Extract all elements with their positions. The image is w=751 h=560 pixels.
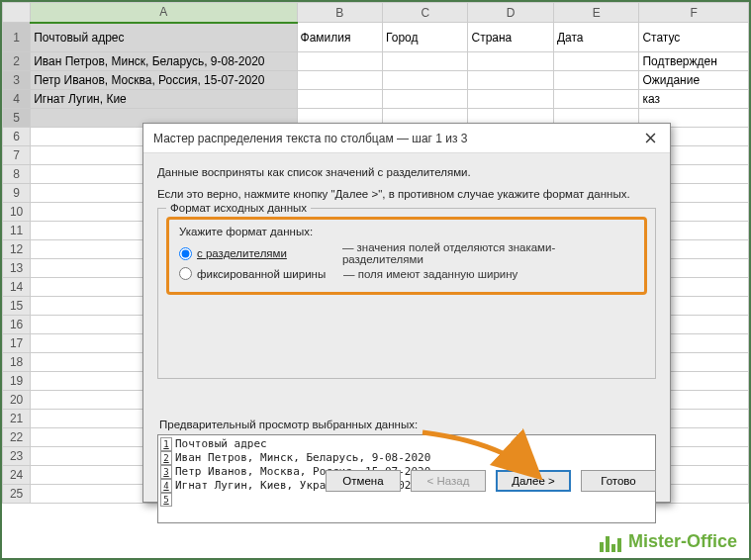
radio-fixed-desc: — поля имеют заданную ширину [343, 268, 517, 280]
radio-delimited-label: с разделителями [197, 247, 287, 259]
row-header[interactable]: 14 [3, 278, 31, 297]
row-header[interactable]: 23 [3, 447, 31, 466]
col-header-e[interactable]: E [553, 3, 638, 23]
cell[interactable]: Иван Петров, Минск, Беларусь, 9-08-2020 [31, 52, 297, 71]
row-header[interactable]: 22 [3, 428, 31, 447]
cell[interactable] [553, 90, 638, 109]
text-to-columns-wizard-dialog: Мастер распределения текста по столбцам … [142, 123, 671, 503]
highlighted-options: Укажите формат данных: с разделителями —… [166, 217, 647, 295]
cell[interactable]: Петр Иванов, Москва, Россия, 15-07-2020 [31, 71, 297, 90]
col-header-b[interactable]: B [297, 3, 382, 23]
cell[interactable]: Подтвержден [639, 52, 749, 71]
radio-delimited-input[interactable] [179, 247, 192, 260]
row-header[interactable]: 5 [3, 109, 31, 128]
cell[interactable] [383, 52, 468, 71]
options-subtitle: Укажите формат данных: [179, 226, 634, 237]
close-button[interactable] [638, 128, 662, 149]
cell[interactable]: Игнат Лугин, Кие [31, 90, 297, 109]
row-header[interactable]: 4 [3, 90, 31, 109]
col-header-f[interactable]: F [639, 3, 749, 23]
row-header[interactable]: 8 [3, 165, 31, 184]
cell[interactable] [297, 71, 382, 90]
cell[interactable]: каз [639, 90, 749, 109]
preview-row: Почтовый адрес [175, 437, 267, 451]
row-header[interactable]: 25 [3, 485, 31, 504]
cell[interactable] [297, 90, 382, 109]
radio-fixed-label: фиксированной ширины [197, 268, 343, 280]
radio-fixed-width[interactable]: фиксированной ширины — поля имеют заданн… [179, 267, 634, 280]
column-header-row[interactable]: A B C D E F [3, 3, 749, 23]
cell[interactable]: Ожидание [639, 71, 749, 90]
preview-row: Иван Петров, Минск, Беларусь, 9-08-2020 [175, 451, 430, 465]
row-header[interactable]: 9 [3, 184, 31, 203]
close-icon [645, 133, 656, 143]
row-header[interactable]: 3 [3, 71, 31, 90]
finish-button[interactable]: Готово [581, 470, 656, 492]
cell[interactable]: Город [383, 23, 468, 52]
cell[interactable]: Статус [639, 23, 749, 52]
cell[interactable] [468, 90, 553, 109]
cell[interactable] [553, 71, 638, 90]
row-header[interactable]: 6 [3, 128, 31, 146]
next-button[interactable]: Далее > [496, 470, 571, 492]
row-header[interactable]: 7 [3, 146, 31, 165]
cell[interactable] [553, 52, 638, 71]
col-header-d[interactable]: D [468, 3, 553, 23]
cell[interactable] [468, 52, 553, 71]
dialog-titlebar[interactable]: Мастер распределения текста по столбцам … [143, 124, 670, 153]
bars-icon [599, 531, 622, 552]
cell[interactable] [297, 52, 382, 71]
radio-delimited[interactable]: с разделителями — значения полей отделяю… [179, 241, 634, 265]
watermark-text: Mister-Office [628, 531, 737, 552]
row-header[interactable]: 2 [3, 52, 31, 71]
row-header[interactable]: 24 [3, 466, 31, 485]
watermark: Mister-Office [599, 531, 737, 552]
row-header[interactable]: 21 [3, 410, 31, 428]
dialog-button-row: Отмена < Назад Далее > Готово [326, 470, 656, 492]
row-header[interactable]: 10 [3, 203, 31, 222]
select-all-corner[interactable] [3, 3, 31, 23]
radio-delimited-desc: — значения полей отделяются знаками-разд… [342, 241, 634, 265]
row-header[interactable]: 12 [3, 240, 31, 259]
cell[interactable]: Дата [553, 23, 638, 52]
row-header[interactable]: 16 [3, 316, 31, 334]
source-format-group: Формат исходных данных Укажите формат да… [157, 208, 656, 379]
cell[interactable]: Страна [468, 23, 553, 52]
cell[interactable] [468, 71, 553, 90]
row-header[interactable]: 19 [3, 372, 31, 391]
dialog-info-line2: Если это верно, нажмите кнопку "Далее >"… [157, 187, 656, 203]
row-header[interactable]: 17 [3, 334, 31, 353]
cell[interactable] [383, 90, 468, 109]
row-header[interactable]: 13 [3, 259, 31, 278]
row-header[interactable]: 11 [3, 222, 31, 240]
row-header[interactable]: 1 [3, 23, 31, 52]
dialog-info-line1: Данные восприняты как список значений с … [157, 165, 656, 181]
col-header-c[interactable]: C [383, 3, 468, 23]
dialog-title: Мастер распределения текста по столбцам … [153, 132, 468, 145]
cell[interactable] [383, 71, 468, 90]
cell[interactable]: Почтовый адрес [31, 23, 297, 52]
radio-fixed-input[interactable] [179, 267, 192, 280]
row-header[interactable]: 15 [3, 297, 31, 316]
col-header-a[interactable]: A [31, 3, 297, 23]
group-legend: Формат исходных данных [166, 202, 311, 214]
preview-label: Предварительный просмотр выбранных данны… [159, 419, 656, 430]
cancel-button[interactable]: Отмена [326, 470, 401, 492]
cell[interactable]: Фамилия [297, 23, 382, 52]
row-header[interactable]: 20 [3, 391, 31, 410]
back-button: < Назад [411, 470, 486, 492]
row-header[interactable]: 18 [3, 353, 31, 372]
